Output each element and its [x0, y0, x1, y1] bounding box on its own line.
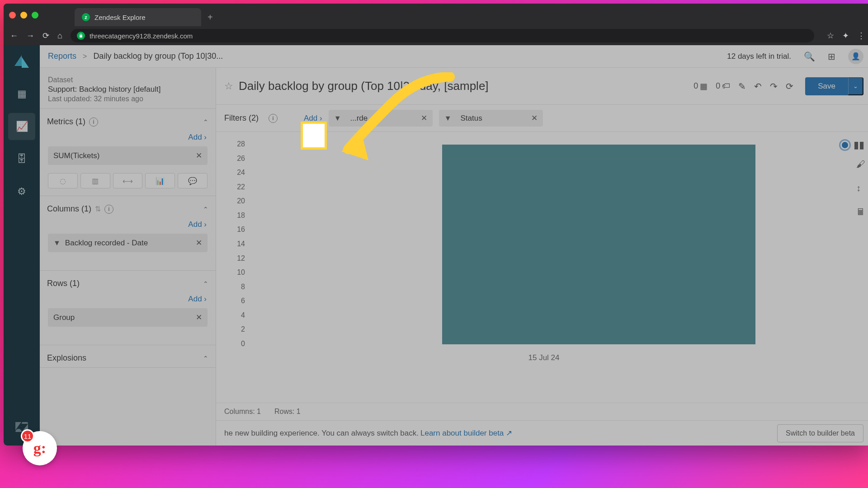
y-tick: 24: [230, 169, 245, 177]
trial-notice: 12 days left in trial.: [727, 52, 791, 61]
svg-marker-2: [22, 57, 29, 68]
user-avatar[interactable]: 👤: [848, 49, 863, 64]
sort-icon[interactable]: ↕: [856, 183, 865, 193]
nav-dashboards[interactable]: ▦: [8, 80, 35, 108]
chart-type-selected[interactable]: [839, 139, 851, 151]
remove-row-icon[interactable]: ✕: [196, 313, 202, 322]
undo-icon[interactable]: ↶: [754, 81, 762, 92]
url-field[interactable]: threecatagency9128.zendesk.com: [71, 29, 814, 42]
y-tick: 20: [230, 197, 245, 205]
tool-comment-icon[interactable]: 💬: [178, 173, 208, 188]
metrics-header[interactable]: Metrics (1) i ⌃: [46, 114, 209, 131]
annotation-highlight: [301, 122, 327, 150]
left-nav: ▦ 📈 🗄 ⚙: [4, 45, 40, 446]
metrics-section: Metrics (1) i ⌃ Add › SUM(Tickets) ✕ ◌ ▥…: [40, 109, 216, 196]
y-tick: 18: [230, 211, 245, 220]
dataset-label: Dataset: [48, 76, 208, 84]
remove-metric-icon[interactable]: ✕: [196, 151, 202, 160]
row-pill-text: Group: [53, 313, 75, 322]
address-bar: ← → ⟳ ⌂ threecatagency9128.zendesk.com ☆…: [4, 26, 868, 45]
tool-axis-icon[interactable]: ⟷: [113, 173, 143, 188]
remove-filter-icon[interactable]: ✕: [531, 113, 538, 123]
y-tick: 4: [230, 311, 245, 319]
config-sidebar: Dataset Support: Backlog history [defaul…: [40, 68, 216, 446]
nav-datasets[interactable]: 🗄: [8, 145, 35, 173]
calculator-icon[interactable]: 🖩: [856, 207, 865, 217]
metric-pill[interactable]: SUM(Tickets) ✕: [48, 146, 208, 165]
y-tick: 28: [230, 140, 245, 148]
redo-icon[interactable]: ↷: [770, 81, 778, 92]
remove-filter-icon[interactable]: ✕: [421, 113, 427, 123]
chart-icon: 📈: [16, 121, 28, 132]
gear-icon: ⚙: [17, 186, 26, 197]
info-icon[interactable]: i: [89, 117, 98, 127]
dataset-name: Support: Backlog history [default]: [48, 85, 208, 94]
browser-tab[interactable]: z Zendesk Explore: [75, 8, 201, 26]
add-metric-button[interactable]: Add ›: [188, 133, 207, 141]
tool-drop-icon[interactable]: ◌: [48, 173, 78, 188]
edit-icon[interactable]: ✎: [738, 81, 746, 92]
filter-icon: ▼: [334, 114, 341, 122]
filter-icon: ▼: [53, 239, 61, 247]
explosions-header[interactable]: Explosions ⌃: [46, 351, 209, 367]
breadcrumb-sep: >: [83, 52, 87, 61]
breadcrumb-current: Daily backlog by group (Top 10|30...: [93, 52, 223, 61]
bar-chart-icon[interactable]: ▮▮: [854, 139, 864, 151]
panels-count[interactable]: 0▦: [693, 81, 708, 91]
tags-count[interactable]: 0🏷: [716, 81, 730, 91]
g-logo-icon: g:: [33, 440, 46, 457]
zendesk-favicon: z: [82, 13, 90, 21]
dataset-updated: Last updated: 32 minutes ago: [48, 95, 208, 103]
columns-header[interactable]: Columns (1) ⇅ i ⌃: [46, 202, 209, 218]
switch-builder-button[interactable]: Switch to builder beta: [777, 424, 863, 442]
bottom-bar: he new building experience. You can alwa…: [216, 420, 868, 446]
save-button[interactable]: Save: [805, 77, 848, 95]
chart-bar[interactable]: [442, 145, 755, 344]
back-button[interactable]: ←: [10, 31, 18, 41]
menu-icon[interactable]: ⋮: [857, 31, 865, 41]
metric-tools: ◌ ▥ ⟷ 📊 💬: [46, 169, 209, 196]
chart-footer: Columns: 1 Rows: 1: [216, 403, 868, 420]
notifications-badge[interactable]: g: 11: [23, 431, 57, 465]
home-button[interactable]: ⌂: [57, 31, 62, 41]
brush-icon[interactable]: 🖌: [856, 159, 865, 169]
breadcrumb-root[interactable]: Reports: [48, 52, 76, 61]
database-icon: 🗄: [17, 153, 27, 165]
chevron-up-icon: ⌃: [203, 355, 208, 362]
bottom-text: he new building experience. You can alwa…: [224, 429, 419, 438]
minimize-window[interactable]: [20, 12, 27, 19]
tool-trend-icon[interactable]: 📊: [145, 173, 175, 188]
tool-columns-icon[interactable]: ▥: [80, 173, 110, 188]
extensions-icon[interactable]: ✦: [842, 31, 849, 41]
nav-settings[interactable]: ⚙: [8, 178, 35, 205]
refresh-icon[interactable]: ⟳: [786, 81, 793, 92]
filter-chip-2[interactable]: ▼ Status ✕: [439, 110, 543, 127]
new-tab-button[interactable]: +: [208, 12, 213, 23]
reload-button[interactable]: ⟳: [42, 31, 49, 41]
save-dropdown[interactable]: ⌄: [848, 77, 863, 95]
builder-beta-link[interactable]: Learn about builder beta ↗: [420, 428, 512, 438]
y-tick: 2: [230, 325, 245, 333]
panels-icon: ▦: [700, 81, 708, 91]
topbar: Reports > Daily backlog by group (Top 10…: [40, 45, 868, 68]
row-pill[interactable]: Group ✕: [48, 308, 208, 327]
swap-icon[interactable]: ⇅: [95, 205, 101, 213]
nav-reports[interactable]: 📈: [8, 113, 35, 140]
bookmark-icon[interactable]: ☆: [827, 31, 834, 41]
search-icon[interactable]: 🔍: [804, 51, 815, 62]
info-icon[interactable]: i: [104, 205, 113, 214]
add-row-button[interactable]: Add ›: [188, 295, 207, 303]
column-pill[interactable]: ▼ Backlog recorded - Date ✕: [48, 234, 208, 252]
apps-icon[interactable]: ⊞: [828, 51, 835, 62]
filter-chip-1[interactable]: ▼ ...rde... ✕: [329, 110, 433, 127]
forward-button[interactable]: →: [26, 31, 34, 41]
remove-column-icon[interactable]: ✕: [196, 238, 202, 248]
maximize-window[interactable]: [32, 12, 38, 19]
add-column-button[interactable]: Add ›: [188, 220, 207, 229]
chart-area: ▮▮ 🖌 ↕ 🖩 2826242220181614121086420 15 Ju…: [216, 132, 868, 419]
favorite-icon[interactable]: ☆: [224, 80, 233, 92]
close-window[interactable]: [9, 12, 16, 19]
explore-logo-icon[interactable]: [13, 52, 31, 70]
info-icon[interactable]: i: [269, 114, 278, 123]
rows-header[interactable]: Rows (1) ⌃: [46, 276, 209, 293]
